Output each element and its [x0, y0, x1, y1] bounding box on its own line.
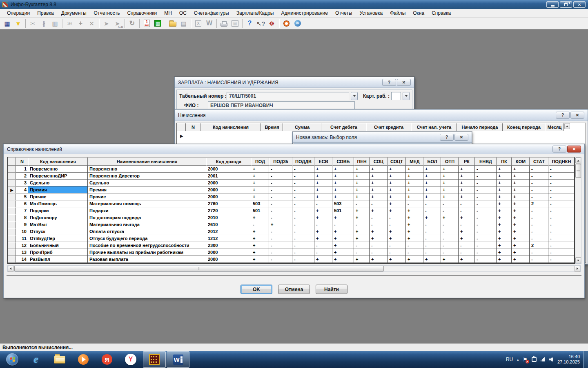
menu-item-3[interactable]: Документы	[58, 9, 90, 17]
cell-flag[interactable]: +	[332, 166, 354, 173]
cell-flag[interactable]: -	[354, 221, 370, 228]
cell-flag[interactable]: -	[530, 214, 548, 221]
menu-item-7[interactable]: ОС	[176, 9, 190, 17]
cell-flag[interactable]: -	[441, 249, 459, 256]
cell-code[interactable]: ОтпБудПер	[28, 235, 88, 242]
cell-flag[interactable]: -	[548, 228, 575, 235]
row-selector-cell[interactable]	[8, 249, 16, 256]
cell-flag[interactable]: 501	[332, 207, 354, 214]
help-icon[interactable]: ?	[244, 18, 255, 29]
column-header[interactable]: КОМ	[512, 157, 530, 166]
cell-flag[interactable]: -	[530, 256, 548, 263]
cell-flag[interactable]: +	[370, 186, 388, 193]
cell-flag[interactable]: +	[314, 235, 332, 242]
cell-flag[interactable]: -	[530, 235, 548, 242]
cell-flag[interactable]: -	[530, 166, 548, 173]
cell-flag[interactable]: +	[251, 173, 269, 180]
cell-flag[interactable]: +	[251, 235, 269, 242]
cell-flag[interactable]: +	[512, 207, 530, 214]
cell-flag[interactable]: +	[332, 173, 354, 180]
cell-flag[interactable]: -	[548, 200, 575, 207]
row-selector-cell[interactable]	[8, 180, 16, 186]
cell-flag[interactable]: +	[441, 214, 459, 221]
cell-flag[interactable]: 2	[530, 200, 548, 207]
cell-code[interactable]: ПоДоговору	[28, 214, 88, 221]
close-button[interactable]: ✕	[454, 134, 468, 141]
cell-code[interactable]: Прочие	[28, 193, 88, 200]
cell-flag[interactable]: -	[459, 249, 475, 256]
column-header[interactable]: Сумма	[283, 123, 321, 131]
cell-code[interactable]: Отпуск	[28, 228, 88, 235]
cell-flag[interactable]: +	[497, 228, 512, 235]
cell-income-code[interactable]: 2760	[206, 200, 251, 207]
cell-flag[interactable]: +	[406, 180, 423, 186]
delete-icon[interactable]: ✕	[86, 18, 97, 29]
cell-flag[interactable]: -	[314, 249, 332, 256]
cell-flag[interactable]: -	[269, 214, 292, 221]
cell-flag[interactable]: +	[406, 256, 423, 263]
cell-flag[interactable]: +	[370, 173, 388, 180]
kart-rab-dropdown[interactable]	[403, 92, 410, 100]
search-replace-icon[interactable]: ➤A+B	[112, 18, 123, 29]
cell-flag[interactable]: +	[497, 193, 512, 200]
kart-rab-field[interactable]	[391, 92, 401, 100]
cell-flag[interactable]: +	[497, 180, 512, 186]
cell-code[interactable]: ПрочПриб	[28, 249, 88, 256]
cell-flag[interactable]: -	[269, 235, 292, 242]
cell-income-code[interactable]: 2000	[206, 249, 251, 256]
cell-income-code[interactable]: 2300	[206, 242, 251, 249]
cell-flag[interactable]: +	[406, 173, 423, 180]
cell-n[interactable]: 10	[16, 228, 28, 235]
cell-flag[interactable]: -	[388, 221, 406, 228]
column-header[interactable]: Наименование начисления	[88, 157, 206, 166]
cell-flag[interactable]: -	[292, 214, 314, 221]
cell-flag[interactable]: -	[388, 214, 406, 221]
cell-flag[interactable]: +	[332, 186, 354, 193]
spravochnik-titlebar[interactable]: Справочник начислений ? ✕	[4, 144, 584, 154]
column-header[interactable]: ПОДНКН	[548, 157, 575, 166]
cell-flag[interactable]: -	[292, 166, 314, 173]
column-header[interactable]: БОЛ	[423, 157, 441, 166]
cell-flag[interactable]: +	[441, 256, 459, 263]
cell-flag[interactable]: -	[548, 186, 575, 193]
cell-flag[interactable]: +	[314, 214, 332, 221]
cell-flag[interactable]: +	[251, 256, 269, 263]
cell-n[interactable]: 13	[16, 249, 28, 256]
power-plug-icon[interactable]	[532, 357, 537, 362]
column-header[interactable]: СОВБ	[332, 157, 354, 166]
row-selector-cell[interactable]	[8, 256, 16, 263]
taskbar-info-buhgalter-icon[interactable]	[143, 351, 166, 368]
cell-income-code[interactable]: 2000	[206, 180, 251, 186]
cell-flag[interactable]: +	[370, 166, 388, 173]
cell-flag[interactable]: -	[269, 207, 292, 214]
cell-flag[interactable]: +	[423, 186, 441, 193]
cell-flag[interactable]: +	[512, 242, 530, 249]
cell-flag[interactable]: +	[370, 207, 388, 214]
cell-income-code[interactable]: 2720	[206, 207, 251, 214]
menu-item-2[interactable]: Правка	[33, 9, 58, 17]
cell-flag[interactable]: -	[292, 221, 314, 228]
cell-flag[interactable]: +	[406, 166, 423, 173]
cell-flag[interactable]: +	[512, 166, 530, 173]
cell-flag[interactable]: -	[475, 193, 497, 200]
cell-flag[interactable]: -	[269, 166, 292, 173]
cell-flag[interactable]: +	[406, 235, 423, 242]
volume-icon[interactable]	[549, 357, 553, 362]
cell-flag[interactable]: +	[423, 193, 441, 200]
cell-flag[interactable]: +	[406, 207, 423, 214]
print-icon[interactable]	[218, 18, 229, 29]
cell-flag[interactable]: +	[251, 228, 269, 235]
cell-flag[interactable]: +	[512, 256, 530, 263]
cell-flag[interactable]: -	[269, 249, 292, 256]
cell-flag[interactable]: -	[475, 228, 497, 235]
menu-item-13[interactable]: Файлы	[386, 9, 409, 17]
cell-code[interactable]: Сдельно	[28, 180, 88, 186]
refresh-icon[interactable]: ↻	[127, 18, 138, 29]
vertical-scrollbar[interactable]	[575, 157, 581, 264]
cell-flag[interactable]: +	[512, 193, 530, 200]
cell-flag[interactable]: -	[370, 249, 388, 256]
cell-flag[interactable]: +	[332, 214, 354, 221]
cell-flag[interactable]: +	[332, 256, 354, 263]
cell-flag[interactable]: -	[354, 200, 370, 207]
cell-flag[interactable]: +	[354, 193, 370, 200]
